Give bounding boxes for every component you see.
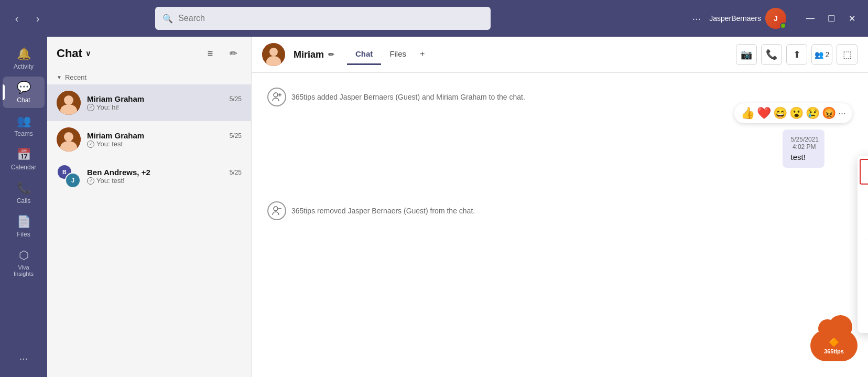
reaction-laugh[interactable]: 😄 (773, 106, 787, 120)
chat-name: Ben Andrews, +2 (87, 168, 150, 177)
reaction-heart[interactable]: ❤️ (757, 106, 771, 120)
system-message-text-2: 365tips removed Jasper Bernaers (Guest) … (291, 207, 475, 215)
chat-list-header: Chat ∨ ≡ ✏ (47, 37, 251, 70)
search-bar[interactable]: 🔍 (155, 7, 491, 30)
system-message-text: 365tips added Jasper Bernaers (Guest) an… (291, 93, 525, 101)
system-icon-2 (267, 201, 286, 220)
chat-name: Miriam Graham (87, 131, 144, 140)
chat-name-row: Miriam Graham 5/25 (87, 94, 242, 103)
search-icon: 🔍 (162, 14, 173, 24)
reaction-angry[interactable]: 😡 (822, 106, 836, 120)
username-label: JasperBernaers (709, 14, 761, 23)
more-options-icon[interactable]: ··· (692, 13, 701, 25)
nav-buttons: ‹ › (8, 10, 46, 27)
share-button[interactable]: ⬆ (786, 44, 807, 65)
context-menu-reply[interactable]: ↩ Reply (860, 159, 868, 185)
sidebar-item-label: Files (17, 231, 30, 238)
chat-info: Miriam Graham 5/25 ✓ You: test (87, 131, 242, 148)
status-dot: ✓ (87, 177, 94, 185)
chat-preview: ✓ You: test! (87, 177, 242, 185)
sidebar-item-label: Viva Insights (9, 264, 38, 277)
avatar (57, 127, 81, 152)
messages-area: 365tips added Jasper Bernaers (Guest) an… (252, 73, 868, 377)
sidebar-item-files[interactable]: 📄 Files (3, 211, 45, 242)
chat-list-title[interactable]: Chat ∨ (57, 47, 91, 60)
files-icon: 📄 (17, 215, 31, 229)
sidebar-item-label: Calendar (11, 164, 37, 171)
list-item[interactable]: B J Ben Andrews, +2 5/25 ✓ You: test! (47, 158, 251, 195)
sidebar-item-viva[interactable]: ⬡ Viva Insights (3, 244, 45, 281)
forward-button[interactable]: › (29, 10, 46, 27)
context-menu-edit[interactable]: ✏ Edit (858, 185, 868, 208)
tab-chat[interactable]: Chat (347, 44, 381, 65)
new-chat-button[interactable]: ✏ (225, 45, 242, 62)
sidebar-bottom: ··· (13, 346, 35, 371)
sidebar-item-label: Teams (14, 130, 32, 137)
sidebar-more-button[interactable]: ··· (13, 346, 35, 371)
presence-badge (780, 23, 786, 29)
context-menu-save[interactable]: 🔖 Save this message (858, 231, 868, 255)
minimize-button[interactable]: — (803, 11, 818, 26)
video-call-button[interactable]: 📷 (736, 44, 757, 65)
people-button[interactable]: 👥 2 (811, 44, 832, 65)
chat-title-chevron: ∨ (85, 49, 91, 58)
context-menu-outlook[interactable]: ✉ Share to Outlook (858, 276, 868, 300)
context-menu-translate[interactable]: Aあ Translate (858, 300, 868, 330)
chat-time: 5/25 (230, 132, 242, 139)
avatar: B J (57, 164, 81, 188)
close-button[interactable]: ✕ (845, 11, 860, 26)
add-tab-button[interactable]: + (415, 44, 430, 65)
reaction-more-icon[interactable]: ··· (838, 108, 846, 119)
reaction-bar: 👍 ❤️ 😄 😮 😢 😡 ··· (734, 103, 852, 123)
context-menu-delete[interactable]: 🗑 Delete (858, 208, 868, 231)
branding-cloud: 🔶 365tips (810, 330, 858, 367)
sidebar-item-chat[interactable]: 💬 Chat (3, 77, 45, 108)
avatar[interactable]: J (765, 8, 786, 29)
list-item[interactable]: Miriam Graham 5/25 ✓ You: hi! (47, 84, 251, 121)
back-button[interactable]: ‹ (8, 10, 25, 27)
sidebar-item-teams[interactable]: 👥 Teams (3, 110, 45, 142)
chat-name-row: Miriam Graham 5/25 (87, 131, 242, 140)
chat-time: 5/25 (230, 169, 242, 176)
context-menu: ↩ Reply ✏ Edit 🗑 Delete 🔖 Save this mess… (858, 156, 868, 333)
left-sidebar: 🔔 Activity 💬 Chat 👥 Teams 📅 Calendar 📞 C… (0, 37, 47, 377)
svg-point-9 (274, 93, 278, 97)
context-menu-unread[interactable]: ◎ Mark as unread (858, 255, 868, 276)
chat-icon: 💬 (17, 81, 31, 94)
reaction-thumbsup[interactable]: 👍 (741, 106, 755, 120)
reaction-surprised[interactable]: 😮 (789, 106, 804, 120)
chat-main: Miriam ✏ Chat Files + 📷 📞 ⬆ 👥 2 (252, 37, 868, 377)
filter-button[interactable]: ≡ (202, 45, 219, 62)
avatar (262, 43, 285, 66)
sidebar-item-calendar[interactable]: 📅 Calendar (3, 144, 45, 175)
avatar-2: J (65, 173, 81, 188)
svg-point-12 (274, 207, 278, 211)
cloud-shape: 🔶 365tips (810, 330, 858, 361)
svg-point-4 (64, 132, 73, 142)
audio-call-button[interactable]: 📞 (761, 44, 782, 65)
viva-icon: ⬡ (19, 249, 29, 262)
list-item[interactable]: Miriam Graham 5/25 ✓ You: test (47, 121, 251, 158)
status-dot: ✓ (87, 141, 94, 148)
message-timestamp: 5/25/2021 4:02 PM (791, 136, 816, 150)
window-controls: — ☐ ✕ (803, 11, 860, 26)
recent-label: ▼ Recent (47, 70, 251, 84)
chat-list-actions: ≡ ✏ (202, 45, 242, 62)
sidebar-item-activity[interactable]: 🔔 Activity (3, 43, 45, 74)
message-bubble-wrapper: 👍 ❤️ 😄 😮 😢 😡 ··· 5/25/2021 4:02 PM test!… (267, 130, 852, 168)
office-icon: 🔶 (829, 337, 839, 347)
titlebar: ‹ › 🔍 ··· JasperBernaers J — ☐ ✕ (0, 0, 868, 37)
maximize-button[interactable]: ☐ (824, 11, 839, 26)
sidebar-item-label: Chat (17, 96, 30, 104)
search-input[interactable] (178, 14, 483, 23)
popout-button[interactable]: ⬚ (837, 44, 858, 65)
svg-point-7 (269, 48, 278, 56)
status-dot: ✓ (87, 104, 94, 111)
reaction-sad[interactable]: 😢 (806, 106, 820, 120)
sidebar-item-calls[interactable]: 📞 Calls (3, 177, 45, 209)
chat-header-name[interactable]: Miriam ✏ (294, 49, 334, 60)
system-message-2: 365tips removed Jasper Bernaers (Guest) … (267, 197, 852, 224)
message-text: test! (791, 153, 816, 161)
tab-files[interactable]: Files (381, 44, 415, 65)
chat-list-panel: Chat ∨ ≡ ✏ ▼ Recent Miriam (47, 37, 252, 377)
